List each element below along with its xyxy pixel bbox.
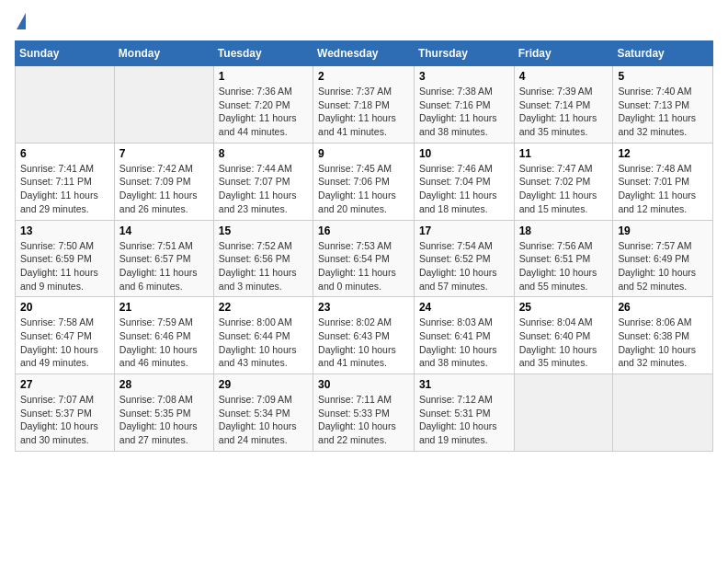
day-info: Sunrise: 7:39 AMSunset: 7:14 PMDaylight:… xyxy=(519,85,609,139)
day-number: 20 xyxy=(20,301,109,314)
day-header-sunday: Sunday xyxy=(16,41,115,66)
day-number: 18 xyxy=(519,224,609,237)
page-header xyxy=(15,15,713,29)
day-info: Sunrise: 7:36 AMSunset: 7:20 PMDaylight:… xyxy=(219,85,308,139)
calendar-cell xyxy=(16,66,115,144)
day-number: 29 xyxy=(219,378,308,391)
day-number: 16 xyxy=(318,224,409,237)
calendar-cell: 25Sunrise: 8:04 AMSunset: 6:40 PMDayligh… xyxy=(514,297,613,374)
logo xyxy=(15,15,26,29)
calendar-cell: 21Sunrise: 7:59 AMSunset: 6:46 PMDayligh… xyxy=(114,297,213,374)
calendar-cell: 2Sunrise: 7:37 AMSunset: 7:18 PMDaylight… xyxy=(313,66,415,144)
calendar-cell: 17Sunrise: 7:54 AMSunset: 6:52 PMDayligh… xyxy=(414,220,514,297)
calendar-cell: 31Sunrise: 7:12 AMSunset: 5:31 PMDayligh… xyxy=(414,374,514,452)
day-info: Sunrise: 7:40 AMSunset: 7:13 PMDaylight:… xyxy=(618,85,708,139)
day-header-saturday: Saturday xyxy=(613,41,713,66)
day-number: 10 xyxy=(419,147,509,160)
calendar-cell: 22Sunrise: 8:00 AMSunset: 6:44 PMDayligh… xyxy=(213,297,313,374)
day-number: 14 xyxy=(119,224,209,237)
calendar-cell: 18Sunrise: 7:56 AMSunset: 6:51 PMDayligh… xyxy=(514,220,613,297)
calendar-cell: 28Sunrise: 7:08 AMSunset: 5:35 PMDayligh… xyxy=(114,374,213,452)
calendar-cell xyxy=(613,374,713,452)
calendar-cell: 24Sunrise: 8:03 AMSunset: 6:41 PMDayligh… xyxy=(414,297,514,374)
calendar-cell: 14Sunrise: 7:51 AMSunset: 6:57 PMDayligh… xyxy=(114,220,213,297)
day-header-tuesday: Tuesday xyxy=(213,41,313,66)
calendar-cell: 13Sunrise: 7:50 AMSunset: 6:59 PMDayligh… xyxy=(16,220,115,297)
day-number: 17 xyxy=(419,224,509,237)
day-info: Sunrise: 8:00 AMSunset: 6:44 PMDaylight:… xyxy=(219,316,308,370)
day-info: Sunrise: 7:48 AMSunset: 7:01 PMDaylight:… xyxy=(618,162,708,216)
day-info: Sunrise: 7:09 AMSunset: 5:34 PMDaylight:… xyxy=(219,393,308,447)
day-info: Sunrise: 7:47 AMSunset: 7:02 PMDaylight:… xyxy=(519,162,609,216)
calendar-cell: 20Sunrise: 7:58 AMSunset: 6:47 PMDayligh… xyxy=(16,297,115,374)
calendar-cell: 30Sunrise: 7:11 AMSunset: 5:33 PMDayligh… xyxy=(313,374,415,452)
day-info: Sunrise: 7:07 AMSunset: 5:37 PMDaylight:… xyxy=(20,393,109,447)
calendar-cell: 15Sunrise: 7:52 AMSunset: 6:56 PMDayligh… xyxy=(213,220,313,297)
day-number: 21 xyxy=(119,301,209,314)
day-info: Sunrise: 7:51 AMSunset: 6:57 PMDaylight:… xyxy=(119,239,209,293)
calendar-cell: 12Sunrise: 7:48 AMSunset: 7:01 PMDayligh… xyxy=(613,143,713,220)
day-number: 6 xyxy=(20,147,109,160)
calendar-cell: 11Sunrise: 7:47 AMSunset: 7:02 PMDayligh… xyxy=(514,143,613,220)
day-number: 22 xyxy=(219,301,308,314)
day-number: 25 xyxy=(519,301,609,314)
calendar-cell: 8Sunrise: 7:44 AMSunset: 7:07 PMDaylight… xyxy=(213,143,313,220)
day-info: Sunrise: 7:45 AMSunset: 7:06 PMDaylight:… xyxy=(318,162,409,216)
day-info: Sunrise: 7:08 AMSunset: 5:35 PMDaylight:… xyxy=(119,393,209,447)
day-info: Sunrise: 7:41 AMSunset: 7:11 PMDaylight:… xyxy=(20,162,109,216)
day-number: 19 xyxy=(618,224,708,237)
day-info: Sunrise: 7:59 AMSunset: 6:46 PMDaylight:… xyxy=(119,316,209,370)
calendar-cell: 4Sunrise: 7:39 AMSunset: 7:14 PMDaylight… xyxy=(514,66,613,144)
calendar-cell: 7Sunrise: 7:42 AMSunset: 7:09 PMDaylight… xyxy=(114,143,213,220)
calendar-cell xyxy=(114,66,213,144)
day-info: Sunrise: 8:04 AMSunset: 6:40 PMDaylight:… xyxy=(519,316,609,370)
day-number: 11 xyxy=(519,147,609,160)
day-info: Sunrise: 7:58 AMSunset: 6:47 PMDaylight:… xyxy=(20,316,109,370)
day-number: 9 xyxy=(318,147,409,160)
day-number: 31 xyxy=(419,378,509,391)
day-info: Sunrise: 7:54 AMSunset: 6:52 PMDaylight:… xyxy=(419,239,509,293)
calendar-cell: 27Sunrise: 7:07 AMSunset: 5:37 PMDayligh… xyxy=(16,374,115,452)
day-info: Sunrise: 8:02 AMSunset: 6:43 PMDaylight:… xyxy=(318,316,409,370)
day-header-thursday: Thursday xyxy=(414,41,514,66)
day-info: Sunrise: 7:12 AMSunset: 5:31 PMDaylight:… xyxy=(419,393,509,447)
day-number: 23 xyxy=(318,301,409,314)
day-info: Sunrise: 7:38 AMSunset: 7:16 PMDaylight:… xyxy=(419,85,509,139)
calendar-cell: 19Sunrise: 7:57 AMSunset: 6:49 PMDayligh… xyxy=(613,220,713,297)
day-number: 1 xyxy=(219,70,308,83)
day-header-friday: Friday xyxy=(514,41,613,66)
calendar-cell: 3Sunrise: 7:38 AMSunset: 7:16 PMDaylight… xyxy=(414,66,514,144)
day-number: 2 xyxy=(318,70,409,83)
day-number: 24 xyxy=(419,301,509,314)
day-info: Sunrise: 8:06 AMSunset: 6:38 PMDaylight:… xyxy=(618,316,708,370)
day-info: Sunrise: 7:52 AMSunset: 6:56 PMDaylight:… xyxy=(219,239,308,293)
day-number: 3 xyxy=(419,70,509,83)
calendar-table: SundayMondayTuesdayWednesdayThursdayFrid… xyxy=(15,40,713,452)
day-number: 12 xyxy=(618,147,708,160)
day-info: Sunrise: 7:46 AMSunset: 7:04 PMDaylight:… xyxy=(419,162,509,216)
day-number: 7 xyxy=(119,147,209,160)
calendar-cell: 1Sunrise: 7:36 AMSunset: 7:20 PMDaylight… xyxy=(213,66,313,144)
day-info: Sunrise: 7:53 AMSunset: 6:54 PMDaylight:… xyxy=(318,239,409,293)
day-number: 26 xyxy=(618,301,708,314)
day-info: Sunrise: 7:42 AMSunset: 7:09 PMDaylight:… xyxy=(119,162,209,216)
day-number: 8 xyxy=(219,147,308,160)
calendar-cell: 5Sunrise: 7:40 AMSunset: 7:13 PMDaylight… xyxy=(613,66,713,144)
day-info: Sunrise: 7:44 AMSunset: 7:07 PMDaylight:… xyxy=(219,162,308,216)
calendar-cell: 10Sunrise: 7:46 AMSunset: 7:04 PMDayligh… xyxy=(414,143,514,220)
day-number: 4 xyxy=(519,70,609,83)
calendar-cell: 29Sunrise: 7:09 AMSunset: 5:34 PMDayligh… xyxy=(213,374,313,452)
day-info: Sunrise: 7:11 AMSunset: 5:33 PMDaylight:… xyxy=(318,393,409,447)
day-number: 15 xyxy=(219,224,308,237)
calendar-cell: 23Sunrise: 8:02 AMSunset: 6:43 PMDayligh… xyxy=(313,297,415,374)
logo-triangle-icon xyxy=(17,13,26,29)
day-header-monday: Monday xyxy=(114,41,213,66)
day-number: 5 xyxy=(618,70,708,83)
day-info: Sunrise: 7:57 AMSunset: 6:49 PMDaylight:… xyxy=(618,239,708,293)
day-header-wednesday: Wednesday xyxy=(313,41,415,66)
calendar-cell: 6Sunrise: 7:41 AMSunset: 7:11 PMDaylight… xyxy=(16,143,115,220)
day-info: Sunrise: 7:50 AMSunset: 6:59 PMDaylight:… xyxy=(20,239,109,293)
day-number: 30 xyxy=(318,378,409,391)
day-number: 28 xyxy=(119,378,209,391)
calendar-cell: 26Sunrise: 8:06 AMSunset: 6:38 PMDayligh… xyxy=(613,297,713,374)
